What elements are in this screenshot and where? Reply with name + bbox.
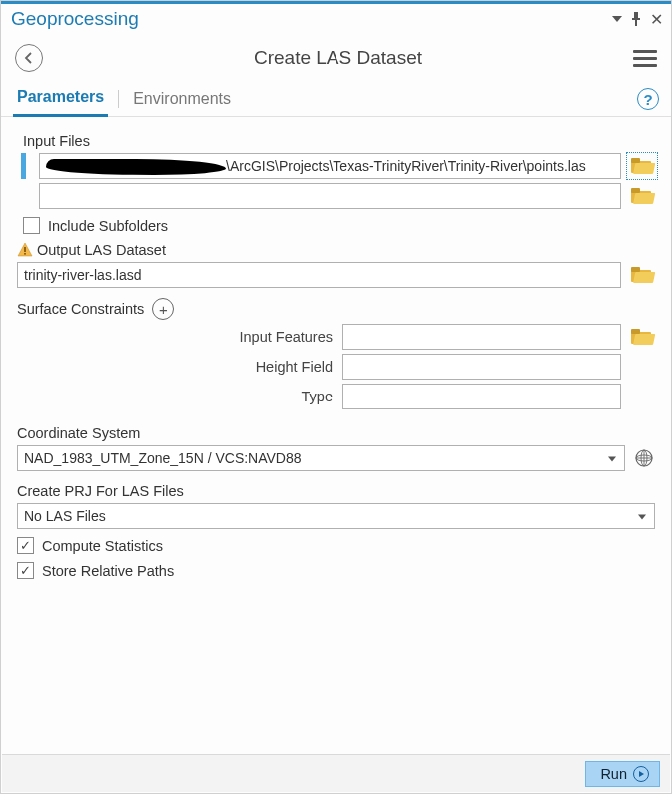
tabs: Parameters Environments ?	[1, 82, 671, 117]
svg-rect-11	[24, 247, 26, 252]
selection-indicator	[21, 153, 26, 179]
tool-title: Create LAS Dataset	[43, 47, 633, 69]
input-file-2[interactable]	[39, 183, 621, 209]
warning-icon	[17, 242, 33, 258]
svg-marker-0	[612, 16, 622, 22]
label-input-files: Input Files	[23, 133, 655, 149]
tab-separator	[118, 90, 119, 108]
label-compute-statistics: Compute Statistics	[42, 538, 163, 554]
toolbar: Create LAS Dataset	[1, 36, 671, 82]
checkbox-include-subfolders[interactable]	[23, 217, 40, 234]
svg-rect-2	[632, 18, 640, 20]
close-icon[interactable]: ✕	[650, 10, 663, 29]
svg-rect-5	[631, 158, 640, 163]
svg-rect-9	[633, 193, 655, 204]
svg-rect-1	[634, 12, 638, 19]
svg-rect-8	[631, 188, 640, 193]
svg-rect-3	[635, 20, 637, 26]
svg-rect-18	[633, 334, 655, 345]
height-field-input[interactable]	[342, 354, 621, 380]
label-output-las-dataset: Output LAS Dataset	[37, 242, 166, 258]
browse-output-button[interactable]	[629, 264, 655, 286]
label-coordinate-system: Coordinate System	[17, 425, 655, 441]
coordinate-system-picker-button[interactable]	[633, 447, 655, 469]
browse-button-2[interactable]	[629, 185, 655, 207]
checkbox-store-relative-paths[interactable]: ✓	[17, 562, 34, 579]
dropdown-icon[interactable]	[612, 14, 622, 24]
svg-rect-17	[631, 329, 640, 334]
redacted-text	[46, 157, 226, 177]
input-features-input[interactable]	[342, 324, 621, 350]
checkbox-compute-statistics[interactable]: ✓	[17, 537, 34, 554]
browse-button-1[interactable]	[629, 155, 655, 177]
svg-rect-15	[633, 272, 655, 283]
type-input[interactable]	[342, 384, 621, 409]
label-create-prj: Create PRJ For LAS Files	[17, 483, 655, 499]
output-las-dataset-input[interactable]: trinity-river-las.lasd	[17, 262, 621, 288]
play-icon	[633, 766, 649, 782]
coordinate-system-select[interactable]: NAD_1983_UTM_Zone_15N / VCS:NAVD88	[17, 445, 625, 471]
titlebar: Geoprocessing ✕	[1, 4, 671, 36]
label-surface-constraints: Surface Constraints	[17, 301, 144, 317]
tab-environments[interactable]: Environments	[129, 84, 235, 116]
help-icon[interactable]: ?	[637, 88, 659, 110]
browse-input-features-button[interactable]	[629, 326, 655, 348]
footer: Run	[2, 754, 670, 792]
label-store-relative-paths: Store Relative Paths	[42, 563, 174, 579]
label-input-features: Input Features	[17, 329, 342, 345]
create-prj-select[interactable]: No LAS Files	[17, 503, 655, 529]
svg-rect-14	[631, 267, 640, 272]
tab-parameters[interactable]: Parameters	[13, 82, 108, 117]
svg-rect-12	[24, 253, 26, 255]
run-button[interactable]: Run	[585, 761, 660, 787]
input-file-1[interactable]: \ArcGIS\Projects\Texas-TrinityRiver\Trin…	[39, 153, 621, 179]
pin-icon[interactable]	[630, 12, 642, 26]
back-button[interactable]	[15, 44, 43, 72]
selection-indicator-empty	[21, 183, 26, 209]
label-type: Type	[17, 389, 342, 404]
run-button-label: Run	[600, 766, 627, 782]
input-file-1-text: \ArcGIS\Projects\Texas-TrinityRiver\Trin…	[226, 158, 586, 174]
label-height-field: Height Field	[17, 359, 342, 375]
label-include-subfolders: Include Subfolders	[48, 218, 168, 234]
svg-rect-6	[633, 163, 655, 174]
panel-title: Geoprocessing	[11, 8, 612, 30]
menu-button[interactable]	[633, 50, 657, 67]
add-surface-constraint-button[interactable]: +	[152, 298, 174, 320]
